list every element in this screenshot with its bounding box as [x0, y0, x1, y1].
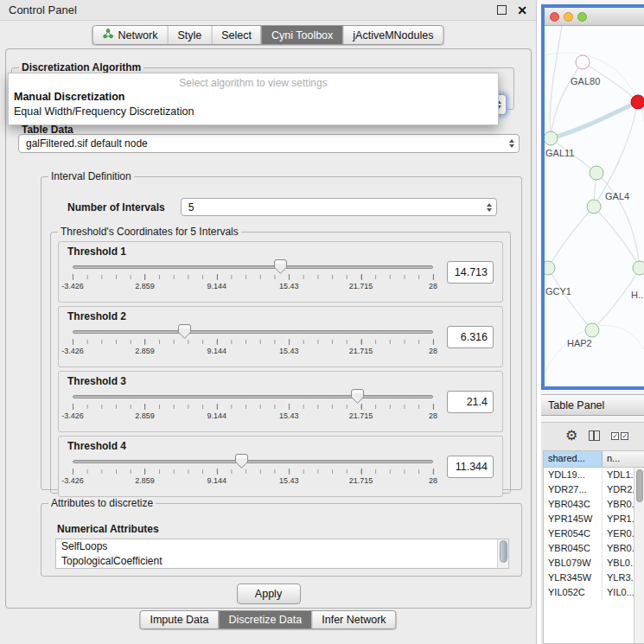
table-row[interactable]: YPR145WYPR1...	[544, 512, 644, 526]
spinner-arrows-icon	[482, 199, 496, 215]
slider-tick-label: 28	[429, 411, 437, 420]
slider-track[interactable]	[73, 265, 433, 269]
slider-tick-label: 2.859	[135, 411, 155, 420]
threshold-value-field[interactable]: 14.713	[447, 261, 494, 284]
table-data-combo[interactable]: galFiltered.sif default node	[18, 134, 520, 153]
column-header-0[interactable]: shared...	[544, 451, 603, 467]
slider-major-tick	[73, 274, 73, 280]
close-icon[interactable]: ✕	[517, 4, 527, 16]
slider-minor-ticks	[73, 405, 433, 409]
close-traffic-light-icon[interactable]	[550, 12, 559, 22]
slider-tick-label: 2.859	[135, 282, 155, 290]
slider-major-tick	[73, 404, 73, 410]
list-scrollbar-thumb[interactable]	[500, 540, 507, 563]
slider-thumb[interactable]	[351, 389, 364, 404]
tab-jactivemnodules[interactable]: jActiveMNodules	[342, 26, 443, 44]
table-scrollbar[interactable]	[634, 468, 644, 643]
network-node-gal4[interactable]	[587, 200, 601, 214]
slider-major-tick	[73, 339, 73, 345]
threshold-slider[interactable]: -3.4262.8599.14415.4321.71528	[73, 258, 433, 295]
table-panel-titlebar[interactable]: Table Panel	[541, 394, 644, 416]
zoom-traffic-light-icon[interactable]	[577, 12, 587, 22]
threshold-slider[interactable]: -3.4262.8599.14415.4321.71528	[73, 388, 433, 424]
gear-icon[interactable]: ⚙	[565, 429, 577, 443]
slider-thumb[interactable]	[178, 324, 191, 339]
tab-infer-network[interactable]: Infer Network	[311, 611, 395, 628]
threshold-value-field[interactable]: 6.316	[447, 326, 494, 348]
numerical-attributes-list[interactable]: SelfLoopsTopologicalCoefficientBetweenne…	[55, 539, 509, 569]
select-columns-icons[interactable]: ✓ ✓	[611, 432, 628, 440]
dropdown-option-equal-width-frequency-discretization[interactable]: Equal Width/Frequency Discretization	[9, 105, 498, 119]
table-toolbar: ⚙ ✓ ✓	[541, 423, 644, 449]
slider-tick-label: 28	[429, 282, 437, 290]
titlebar-icons: ✕	[497, 4, 527, 16]
threshold-label: Threshold 4	[67, 440, 494, 452]
slider-tick-label: 15.43	[279, 282, 299, 290]
list-scrollbar[interactable]	[497, 539, 508, 568]
window-title: Control Panel	[9, 3, 77, 16]
threshold-slider[interactable]: -3.4262.8599.14415.4321.71528	[73, 453, 433, 489]
network-node-gal80[interactable]	[576, 55, 590, 69]
tab-network[interactable]: Network	[93, 26, 168, 44]
table-row[interactable]: YBL079WYBL0...	[544, 556, 644, 571]
table-rows: YDL19...YDL1...YDR27...YDR2...YBR043CYBR…	[544, 468, 644, 600]
slider-major-tick	[289, 339, 290, 345]
apply-button[interactable]: Apply	[237, 583, 301, 604]
network-canvas[interactable]: GAL80GAL11GAL4GCY1H...HAP2	[545, 26, 644, 386]
node-label: GCY1	[545, 286, 571, 296]
slider-major-tick	[144, 339, 145, 345]
checkbox-icon[interactable]: ✓	[621, 432, 628, 440]
threshold-slider[interactable]: -3.4262.8599.14415.4321.71528	[73, 323, 433, 360]
table-row[interactable]: YBR043CYBR0...	[544, 497, 644, 512]
tab-select[interactable]: Select	[211, 26, 261, 44]
slider-major-tick	[144, 404, 145, 410]
columns-icon[interactable]	[589, 430, 600, 441]
tab-impute-data[interactable]: Impute Data	[140, 611, 218, 628]
dropdown-option-manual-discretization[interactable]: Manual Discretization	[9, 90, 498, 105]
network-node-hap2[interactable]	[585, 323, 599, 337]
attribute-item-topologicalcoefficient[interactable]: TopologicalCoefficient	[56, 554, 508, 569]
slider-minor-ticks	[73, 275, 433, 279]
slider-minor-ticks	[73, 469, 433, 474]
table-row[interactable]: YLR345WYLR3...	[544, 571, 644, 585]
tab-cyni-toolbox[interactable]: Cyni Toolbox	[261, 26, 342, 44]
attribute-item-selfloops[interactable]: SelfLoops	[56, 539, 508, 554]
checkbox-icon[interactable]: ✓	[611, 432, 619, 440]
slider-track[interactable]	[73, 330, 433, 334]
slider-thumb[interactable]	[274, 259, 287, 274]
network-node[interactable]	[631, 95, 644, 109]
network-node-gal11[interactable]	[545, 131, 558, 145]
table-scrollbar-thumb[interactable]	[636, 469, 643, 502]
network-node-h[interactable]	[633, 261, 644, 275]
table-row[interactable]: YDL19...YDL1...	[544, 468, 644, 482]
threshold-group: Threshold 1 -3.4262.8599.14415.4321.7152…	[58, 241, 503, 303]
float-window-icon[interactable]	[497, 5, 507, 15]
cyni-toolbox-panel: Discretization Algorithm Select algorith…	[5, 48, 532, 609]
threshold-value-field[interactable]: 21.4	[447, 391, 494, 413]
table-body: YDL19...YDL1...YDR27...YDR2...YBR043CYBR…	[544, 468, 644, 643]
network-edge	[545, 53, 644, 147]
network-node[interactable]	[590, 166, 603, 180]
tab-discretize-data[interactable]: Discretize Data	[219, 611, 312, 628]
tab-style[interactable]: Style	[167, 26, 211, 44]
slider-tick-label: 9.144	[207, 282, 227, 290]
table-cell: YDR27...	[544, 482, 603, 497]
table-row[interactable]: YDR27...YDR2...	[544, 482, 644, 497]
slider-thumb[interactable]	[235, 454, 248, 469]
network-edge	[548, 268, 592, 330]
slider-track[interactable]	[73, 395, 433, 399]
slider-track[interactable]	[73, 460, 433, 463]
number-of-intervals-spinner[interactable]: 5	[181, 198, 497, 216]
threshold-row: -3.4262.8599.14415.4321.71528 6.316	[67, 323, 494, 360]
slider-major-tick	[361, 339, 362, 345]
network-window-titlebar	[545, 8, 644, 26]
table-row[interactable]: YIL052CYIL0...	[544, 585, 644, 600]
number-of-intervals-row: Number of Intervals 5	[67, 198, 497, 216]
table-row[interactable]: YER054CYER0...	[544, 526, 644, 541]
table-row[interactable]: YBR045CYBR0...	[544, 541, 644, 556]
threshold-value-field[interactable]: 11.344	[447, 456, 494, 478]
network-node-gcy1[interactable]	[545, 261, 555, 275]
column-header-1[interactable]: n...	[603, 451, 644, 467]
minimize-traffic-light-icon[interactable]	[564, 12, 573, 22]
dropdown-placeholder: Select algorithm to view settings	[9, 76, 498, 90]
